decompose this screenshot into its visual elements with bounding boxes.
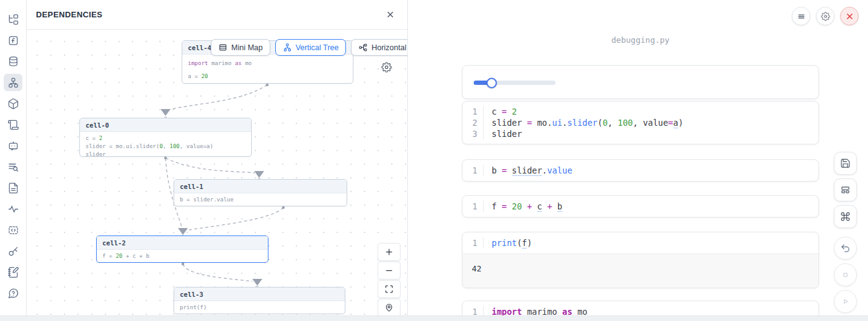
code-cell-slider-def[interactable]: 1c = 2 2slider = mo.ui.slider(0, 100, va… (462, 101, 819, 144)
sidebar-item-secrets[interactable] (4, 242, 22, 260)
vertical-tree-view-button[interactable]: Vertical Tree (275, 39, 346, 56)
sidebar-item-file-explorer[interactable] (4, 11, 22, 28)
dependencies-panel-header: DEPENDENCIES (27, 0, 407, 30)
node-title: cell-2 (97, 236, 268, 250)
line-number: 1 (463, 106, 484, 117)
node-title: cell-1 (174, 180, 347, 193)
sidebar-item-ai-chat[interactable] (4, 137, 22, 154)
map-pin-icon (384, 303, 394, 312)
notebook-top-controls (792, 7, 859, 25)
graph-node-cell-3[interactable]: cell-3 print(f) (174, 287, 345, 314)
snippets-icon (7, 224, 19, 236)
node-code-line: a = 20 (188, 70, 347, 83)
code-line[interactable]: c = 2 (484, 106, 517, 117)
layout-icon (840, 185, 851, 195)
minus-icon (384, 266, 394, 275)
line-number: 3 (463, 128, 484, 139)
graph-view-toolbar: Mini Map Vertical Tree Horizontal Tree (211, 39, 407, 56)
datasources-icon (7, 56, 19, 68)
horizontal-tree-view-label: Horizontal Tree (371, 43, 407, 52)
graph-node-cell-0[interactable]: cell-0 c = 2 slider = mo.ui.slider(0, 10… (79, 118, 252, 157)
sidebar-item-help[interactable] (4, 284, 22, 302)
node-code-line: slider (86, 151, 246, 157)
dependencies-panel: DEPENDENCIES (27, 0, 408, 321)
save-button[interactable] (834, 152, 857, 175)
close-icon (386, 10, 395, 19)
helper-sidebar (0, 0, 27, 321)
code-line[interactable]: slider (484, 128, 522, 139)
undo-icon (840, 243, 851, 253)
search-list-icon (7, 161, 19, 173)
graph-zoom-controls (378, 243, 401, 317)
code-cell-print[interactable]: 1print(f) 42 (462, 232, 819, 288)
sidebar-item-dependencies[interactable] (4, 74, 22, 91)
scratchpad-icon (7, 266, 19, 278)
sidebar-item-outline-search[interactable] (4, 158, 22, 175)
marimo-app: DEPENDENCIES (0, 0, 868, 321)
sidebar-item-packages[interactable] (4, 95, 22, 112)
cell-output-slider (462, 65, 819, 99)
line-number: 1 (463, 201, 484, 212)
graph-node-cell-2[interactable]: cell-2 f = 20 + c + b (96, 235, 268, 263)
code-line[interactable]: f = 20 + c + b (484, 201, 562, 212)
node-code-line: c = 2 (86, 134, 246, 143)
graph-settings-button[interactable] (381, 62, 392, 75)
sidebar-item-variables[interactable] (4, 32, 22, 49)
shutdown-x-icon (845, 12, 854, 21)
sidebar-item-documentation[interactable] (4, 179, 22, 196)
cells-column: 1c = 2 2slider = mo.ui.slider(0, 100, va… (462, 0, 819, 321)
code-cell-b[interactable]: 1b = slider.value (462, 159, 819, 182)
graph-node-cell-1[interactable]: cell-1 b = slider.value (174, 179, 347, 206)
keyboard-shortcuts-button[interactable] (834, 205, 857, 228)
minimap-icon (218, 43, 228, 52)
sidebar-item-logs[interactable] (4, 116, 22, 133)
minimap-view-button[interactable]: Mini Map (211, 39, 270, 56)
notebook-settings-button[interactable] (816, 7, 835, 25)
cell-output: 42 (463, 253, 818, 288)
code-line[interactable]: slider = mo.ui.slider(0, 100, value=a) (484, 117, 683, 128)
gear-icon (821, 12, 830, 21)
shutdown-button[interactable] (840, 7, 859, 25)
center-view-button[interactable] (378, 299, 401, 317)
documentation-icon (7, 182, 19, 194)
code-line[interactable]: b = slider.value (484, 165, 572, 176)
command-icon (840, 211, 851, 222)
dependencies-icon (7, 77, 19, 89)
node-code-line: import marimo as mo (188, 57, 347, 70)
minimap-view-label: Mini Map (231, 43, 263, 52)
node-code-line: b = slider.value (180, 196, 341, 204)
tracing-icon (7, 203, 19, 215)
undo-button[interactable] (834, 237, 857, 260)
sidebar-item-scratchpad[interactable] (4, 263, 22, 281)
layout-button[interactable] (834, 178, 857, 201)
ai-chat-icon (7, 140, 19, 152)
node-code-line: f = 20 + c + b (102, 252, 262, 260)
fit-view-button[interactable] (378, 280, 401, 298)
plus-icon (384, 247, 394, 257)
logs-icon (7, 119, 19, 131)
sidebar-item-tracing[interactable] (4, 200, 22, 218)
code-line[interactable]: print(f) (484, 237, 532, 248)
zoom-out-button[interactable] (378, 262, 401, 279)
code-cell-f[interactable]: 1f = 20 + c + b (462, 195, 819, 218)
slider-handle[interactable] (487, 77, 497, 88)
zoom-in-button[interactable] (378, 243, 401, 261)
horizontal-tree-view-button[interactable]: Horizontal Tree (351, 39, 407, 56)
dependency-graph-canvas[interactable]: cell-4 import marimo as mo a = 20 cell-0… (27, 30, 407, 321)
sidebar-item-datasources[interactable] (4, 53, 22, 70)
save-icon (840, 158, 851, 169)
play-icon (840, 296, 851, 307)
notebook-side-controls (834, 152, 857, 313)
status-footer (0, 315, 868, 321)
line-number: 1 (463, 165, 484, 176)
sidebar-item-snippets[interactable] (4, 221, 22, 239)
stop-icon (840, 270, 851, 280)
slider-track[interactable] (474, 81, 556, 85)
stop-button[interactable] (834, 263, 857, 286)
close-panel-button[interactable] (383, 7, 397, 22)
run-button[interactable] (834, 290, 857, 313)
packages-icon (7, 98, 19, 110)
notebook-menu-button[interactable] (792, 7, 810, 25)
gear-icon (381, 62, 392, 73)
node-title: cell-3 (174, 288, 345, 301)
